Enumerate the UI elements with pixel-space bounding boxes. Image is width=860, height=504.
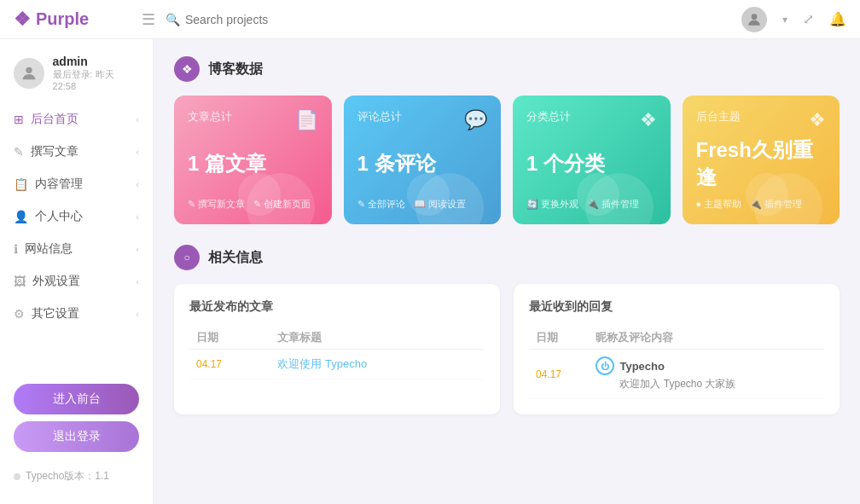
write-icon: ✎ — [14, 145, 24, 159]
other-icon: ⚙ — [14, 307, 25, 321]
sidebar: admin 最后登录: 昨天 22:58 ⊞ 后台首页 ‹ ✎ 撰写文章 ‹ — [0, 39, 154, 504]
sidebar-arrow-home: ‹ — [136, 114, 139, 125]
sidebar-item-content[interactable]: 📋 内容管理 ‹ — [0, 168, 153, 200]
menu-icon[interactable]: ☰ — [142, 10, 155, 29]
sidebar-item-appearance[interactable]: 🖼 外观设置 ‹ — [0, 265, 153, 298]
comments-label: 评论总计 — [357, 109, 402, 125]
sidebar-arrow-site: ‹ — [136, 244, 139, 254]
body-wrap: admin 最后登录: 昨天 22:58 ⊞ 后台首页 ‹ ✎ 撰写文章 ‹ — [0, 39, 860, 504]
recent-comments-title: 最近收到的回复 — [529, 299, 824, 315]
sidebar-item-site[interactable]: ℹ 网站信息 ‹ — [0, 233, 153, 265]
logout-button[interactable]: 退出登录 — [14, 421, 139, 452]
profile-icon: 👤 — [14, 210, 28, 223]
sidebar-user-info: admin 最后登录: 昨天 22:58 — [53, 55, 139, 91]
logo-icon: ❖ — [14, 9, 31, 31]
comment-author-icon: ⏻ — [596, 356, 614, 375]
recent-comments-card: 最近收到的回复 日期 昵称及评论内容 04.17 — [514, 284, 840, 414]
svg-point-1 — [26, 67, 32, 72]
articles-value: 1 篇文章 — [188, 150, 318, 177]
sidebar-username: admin — [53, 55, 139, 68]
expand-icon[interactable]: ⤢ — [803, 11, 814, 27]
sidebar-item-other-label: 其它设置 — [32, 306, 79, 322]
categories-label: 分类总计 — [526, 109, 571, 125]
comments-links[interactable]: 全部评论 阅读设置 — [357, 198, 488, 211]
col-date-header: 日期 — [189, 327, 270, 350]
sidebar-item-profile-label: 个人中心 — [35, 209, 83, 224]
recent-articles-table: 日期 文章标题 04.17 欢迎使用 Typecho — [189, 327, 485, 379]
sidebar-user: admin 最后登录: 昨天 22:58 — [0, 39, 153, 103]
comments-value: 1 条评论 — [357, 150, 488, 177]
recent-comments-table: 日期 昵称及评论内容 04.17 ⏻ Typecho — [529, 327, 824, 399]
comment-text: 欢迎加入 Typecho 大家族 — [596, 377, 817, 391]
version-text: Typecho版本：1.1 — [26, 469, 109, 484]
stat-cards: 文章总计 📄 1 篇文章 撰写新文章 创建新页面 评论总计 💬 1 条评论 全部… — [174, 96, 840, 224]
stat-card-comments: 评论总计 💬 1 条评论 全部评论 阅读设置 — [344, 96, 502, 224]
blog-data-title: 博客数据 — [208, 61, 263, 78]
sidebar-item-home-label: 后台首页 — [31, 112, 78, 127]
avatar-caret-icon[interactable]: ▾ — [782, 14, 787, 26]
theme-links[interactable]: 主题帮助 插件管理 — [696, 198, 827, 211]
recent-articles-title: 最近发布的文章 — [189, 299, 485, 315]
version-dot — [14, 473, 20, 480]
avatar[interactable] — [741, 7, 767, 32]
comment-item: ⏻ Typecho 欢迎加入 Typecho 大家族 — [596, 356, 817, 391]
table-row: 04.17 ⏻ Typecho 欢迎加入 Typecho 大家族 — [529, 350, 824, 399]
topnav-right: ▾ ⤢ 🔔 — [741, 7, 846, 32]
sidebar-item-home[interactable]: ⊞ 后台首页 ‹ — [0, 103, 153, 136]
theme-help-link[interactable]: 主题帮助 — [696, 198, 742, 211]
comment-date: 04.17 — [529, 350, 589, 399]
related-info-title: 相关信息 — [208, 249, 263, 267]
comments-icon: 💬 — [464, 109, 487, 131]
bell-icon[interactable]: 🔔 — [829, 11, 846, 27]
categories-links[interactable]: 更换外观 插件管理 — [526, 198, 657, 211]
col-comment-date-header: 日期 — [529, 327, 589, 350]
all-comments-link[interactable]: 全部评论 — [357, 198, 405, 211]
article-title[interactable]: 欢迎使用 Typecho — [270, 350, 485, 379]
info-section: 最近发布的文章 日期 文章标题 04.17 欢迎使用 Typecho — [174, 284, 840, 414]
related-info-header: ○ 相关信息 — [174, 245, 840, 270]
articles-links[interactable]: 撰写新文章 创建新页面 — [188, 198, 318, 211]
top-nav: ❖ Purple ☰ 🔍 ▾ ⤢ 🔔 — [0, 0, 860, 39]
main-content: ❖ 博客数据 文章总计 📄 1 篇文章 撰写新文章 创建新页面 评论总计 — [154, 39, 860, 504]
sidebar-arrow-content: ‹ — [136, 179, 139, 189]
sidebar-item-appearance-label: 外观设置 — [32, 274, 80, 289]
categories-value: 1 个分类 — [526, 150, 657, 177]
plugin-manage-link[interactable]: 插件管理 — [587, 198, 639, 211]
stat-card-categories: 分类总计 ❖ 1 个分类 更换外观 插件管理 — [513, 96, 671, 224]
stat-card-articles: 文章总计 📄 1 篇文章 撰写新文章 创建新页面 — [174, 96, 332, 224]
sidebar-arrow-profile: ‹ — [136, 211, 139, 222]
col-comment-content-header: 昵称及评论内容 — [589, 327, 824, 350]
sidebar-item-profile[interactable]: 👤 个人中心 ‹ — [0, 200, 153, 233]
create-new-page-link[interactable]: 创建新页面 — [253, 198, 311, 211]
categories-icon: ❖ — [640, 109, 657, 131]
blog-data-header: ❖ 博客数据 — [174, 56, 840, 82]
sidebar-arrow-appearance: ‹ — [136, 276, 139, 287]
sidebar-version: Typecho版本：1.1 — [0, 462, 153, 490]
article-link[interactable]: 欢迎使用 Typecho — [277, 357, 367, 370]
article-date: 04.17 — [189, 350, 270, 379]
theme-value: Fresh久别重逢 — [696, 136, 827, 191]
theme-label: 后台主题 — [696, 109, 741, 125]
read-settings-link[interactable]: 阅读设置 — [414, 198, 466, 211]
plugin-manage-link2[interactable]: 插件管理 — [750, 198, 802, 211]
frontend-button[interactable]: 进入前台 — [14, 384, 139, 414]
blog-data-icon: ❖ — [174, 56, 200, 82]
sidebar-item-other[interactable]: ⚙ 其它设置 ‹ — [0, 298, 153, 330]
theme-icon: ❖ — [809, 109, 826, 131]
home-icon: ⊞ — [14, 113, 24, 126]
recent-articles-card: 最近发布的文章 日期 文章标题 04.17 欢迎使用 Typecho — [174, 284, 500, 414]
site-icon: ℹ — [14, 242, 18, 256]
search-input[interactable] — [185, 13, 421, 26]
sidebar-item-write-label: 撰写文章 — [31, 144, 78, 159]
sidebar-item-write[interactable]: ✎ 撰写文章 ‹ — [0, 136, 153, 168]
write-new-article-link[interactable]: 撰写新文章 — [188, 198, 245, 211]
logo-text: Purple — [36, 9, 89, 29]
articles-label: 文章总计 — [188, 109, 232, 125]
sidebar-nav: ⊞ 后台首页 ‹ ✎ 撰写文章 ‹ 📋 内容管理 ‹ — [0, 103, 153, 374]
sidebar-lastlogin: 最后登录: 昨天 22:58 — [53, 68, 139, 91]
change-appearance-link[interactable]: 更换外观 — [526, 198, 578, 211]
logo: ❖ Purple — [14, 9, 125, 31]
search-icon: 🔍 — [166, 13, 180, 26]
svg-point-0 — [752, 14, 758, 20]
comment-author-name: Typecho — [619, 360, 665, 373]
